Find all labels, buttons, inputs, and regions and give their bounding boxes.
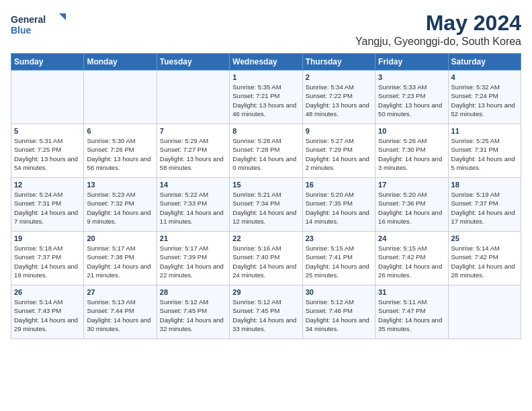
calendar-cell: 20Sunrise: 5:17 AMSunset: 7:38 PMDayligh… [84,232,157,285]
day-info: Sunrise: 5:31 AMSunset: 7:25 PMDaylight:… [14,136,81,172]
logo-svg: General Blue [11,11,71,39]
day-number: 17 [378,181,445,189]
day-number: 20 [87,234,153,242]
day-info: Sunrise: 5:13 AMSunset: 7:44 PMDaylight:… [87,298,153,333]
day-number: 22 [232,234,299,242]
day-info: Sunrise: 5:11 AMSunset: 7:47 PMDaylight:… [378,298,445,333]
day-number: 28 [160,288,226,296]
calendar-cell: 7Sunrise: 5:29 AMSunset: 7:27 PMDaylight… [157,124,229,178]
calendar-cell: 5Sunrise: 5:31 AMSunset: 7:25 PMDaylight… [11,124,84,178]
day-info: Sunrise: 5:15 AMSunset: 7:42 PMDaylight:… [378,244,445,279]
day-number: 31 [378,288,445,296]
calendar-cell: 15Sunrise: 5:21 AMSunset: 7:34 PMDayligh… [230,178,302,232]
calendar-week-row: 1Sunrise: 5:35 AMSunset: 7:21 PMDaylight… [11,71,521,124]
day-info: Sunrise: 5:35 AMSunset: 7:21 PMDaylight:… [232,83,299,118]
calendar-cell: 24Sunrise: 5:15 AMSunset: 7:42 PMDayligh… [375,232,448,285]
day-info: Sunrise: 5:20 AMSunset: 7:36 PMDaylight:… [378,190,445,226]
calendar-table: SundayMondayTuesdayWednesdayThursdayFrid… [11,53,521,339]
day-info: Sunrise: 5:12 AMSunset: 7:45 PMDaylight:… [232,298,299,333]
weekday-header: Saturday [448,54,521,71]
weekday-header: Sunday [11,54,84,71]
svg-marker-2 [59,13,66,20]
weekday-header: Thursday [302,54,375,71]
svg-text:General: General [11,14,46,25]
calendar-cell: 30Sunrise: 5:12 AMSunset: 7:46 PMDayligh… [302,285,375,339]
day-info: Sunrise: 5:22 AMSunset: 7:33 PMDaylight:… [160,190,226,226]
day-info: Sunrise: 5:18 AMSunset: 7:37 PMDaylight:… [14,244,81,279]
calendar-cell: 4Sunrise: 5:32 AMSunset: 7:24 PMDaylight… [448,71,521,124]
calendar-cell: 17Sunrise: 5:20 AMSunset: 7:36 PMDayligh… [375,178,448,232]
day-number: 7 [160,127,226,135]
day-number: 13 [87,181,153,189]
day-number: 27 [87,288,153,296]
weekday-header: Monday [84,54,157,71]
day-number: 6 [87,127,153,135]
day-number: 26 [14,288,81,296]
calendar-cell: 29Sunrise: 5:12 AMSunset: 7:45 PMDayligh… [230,285,302,339]
day-number: 19 [14,234,81,242]
svg-text:Blue: Blue [11,25,32,36]
day-info: Sunrise: 5:17 AMSunset: 7:39 PMDaylight:… [160,244,226,279]
day-number: 9 [306,127,372,135]
day-number: 2 [306,73,372,81]
day-number: 8 [232,127,299,135]
day-number: 4 [451,73,518,81]
weekday-header: Friday [375,54,448,71]
logo: General Blue [11,11,71,39]
day-info: Sunrise: 5:33 AMSunset: 7:23 PMDaylight:… [378,83,445,118]
calendar-cell: 21Sunrise: 5:17 AMSunset: 7:39 PMDayligh… [157,232,229,285]
calendar-cell: 13Sunrise: 5:23 AMSunset: 7:32 PMDayligh… [84,178,157,232]
calendar-cell: 6Sunrise: 5:30 AMSunset: 7:26 PMDaylight… [84,124,157,178]
day-number: 12 [14,181,81,189]
day-number: 14 [160,181,226,189]
calendar-cell: 19Sunrise: 5:18 AMSunset: 7:37 PMDayligh… [11,232,84,285]
day-info: Sunrise: 5:14 AMSunset: 7:43 PMDaylight:… [14,298,81,333]
day-number: 18 [451,181,518,189]
month-title: May 2024 [355,11,521,36]
weekday-header: Wednesday [230,54,302,71]
day-number: 10 [378,127,445,135]
calendar-cell: 16Sunrise: 5:20 AMSunset: 7:35 PMDayligh… [302,178,375,232]
calendar-cell: 31Sunrise: 5:11 AMSunset: 7:47 PMDayligh… [375,285,448,339]
calendar-cell: 10Sunrise: 5:26 AMSunset: 7:30 PMDayligh… [375,124,448,178]
day-number: 25 [451,234,518,242]
day-info: Sunrise: 5:12 AMSunset: 7:45 PMDaylight:… [160,298,226,333]
day-info: Sunrise: 5:21 AMSunset: 7:34 PMDaylight:… [232,190,299,226]
calendar-cell [157,71,229,124]
day-info: Sunrise: 5:32 AMSunset: 7:24 PMDaylight:… [451,83,518,118]
calendar-cell: 25Sunrise: 5:14 AMSunset: 7:42 PMDayligh… [448,232,521,285]
day-info: Sunrise: 5:24 AMSunset: 7:31 PMDaylight:… [14,190,81,226]
day-info: Sunrise: 5:14 AMSunset: 7:42 PMDaylight:… [451,244,518,279]
day-number: 11 [451,127,518,135]
day-number: 24 [378,234,445,242]
page-header: General Blue May 2024 Yangju, Gyeonggi-d… [11,11,521,48]
day-number: 5 [14,127,81,135]
day-number: 15 [232,181,299,189]
day-info: Sunrise: 5:26 AMSunset: 7:30 PMDaylight:… [378,136,445,172]
day-number: 30 [306,288,372,296]
calendar-cell: 26Sunrise: 5:14 AMSunset: 7:43 PMDayligh… [11,285,84,339]
day-info: Sunrise: 5:16 AMSunset: 7:40 PMDaylight:… [232,244,299,279]
calendar-cell: 1Sunrise: 5:35 AMSunset: 7:21 PMDaylight… [230,71,302,124]
calendar-cell: 18Sunrise: 5:19 AMSunset: 7:37 PMDayligh… [448,178,521,232]
calendar-cell: 28Sunrise: 5:12 AMSunset: 7:45 PMDayligh… [157,285,229,339]
calendar-cell: 9Sunrise: 5:27 AMSunset: 7:29 PMDaylight… [302,124,375,178]
day-info: Sunrise: 5:34 AMSunset: 7:22 PMDaylight:… [306,83,372,118]
weekday-header: Tuesday [157,54,229,71]
weekday-header-row: SundayMondayTuesdayWednesdayThursdayFrid… [11,54,521,71]
day-number: 23 [306,234,372,242]
day-info: Sunrise: 5:27 AMSunset: 7:29 PMDaylight:… [306,136,372,172]
day-number: 1 [232,73,299,81]
day-info: Sunrise: 5:29 AMSunset: 7:27 PMDaylight:… [160,136,226,172]
day-info: Sunrise: 5:19 AMSunset: 7:37 PMDaylight:… [451,190,518,226]
calendar-week-row: 12Sunrise: 5:24 AMSunset: 7:31 PMDayligh… [11,178,521,232]
day-info: Sunrise: 5:23 AMSunset: 7:32 PMDaylight:… [87,190,153,226]
calendar-cell [448,285,521,339]
location-title: Yangju, Gyeonggi-do, South Korea [355,36,521,48]
calendar-cell: 12Sunrise: 5:24 AMSunset: 7:31 PMDayligh… [11,178,84,232]
calendar-cell: 2Sunrise: 5:34 AMSunset: 7:22 PMDaylight… [302,71,375,124]
day-info: Sunrise: 5:17 AMSunset: 7:38 PMDaylight:… [87,244,153,279]
day-info: Sunrise: 5:15 AMSunset: 7:41 PMDaylight:… [306,244,372,279]
title-block: May 2024 Yangju, Gyeonggi-do, South Kore… [355,11,521,48]
calendar-cell: 3Sunrise: 5:33 AMSunset: 7:23 PMDaylight… [375,71,448,124]
